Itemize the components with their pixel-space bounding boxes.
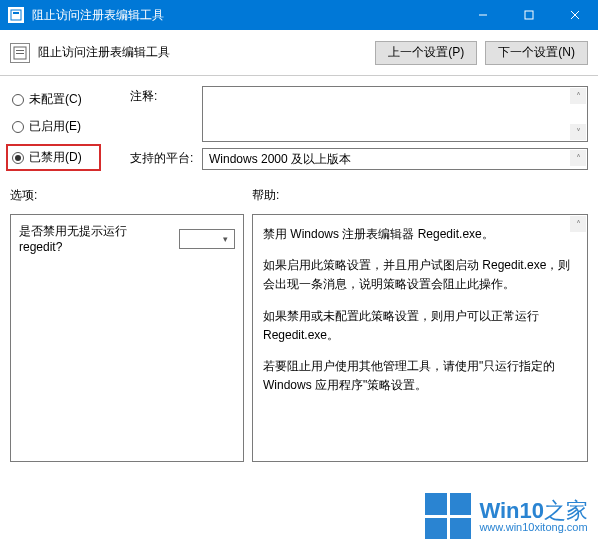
option-label: 是否禁用无提示运行 regedit? <box>19 223 173 254</box>
platform-value: Windows 2000 及以上版本 <box>209 152 351 166</box>
radio-label: 未配置(C) <box>29 91 82 108</box>
prev-setting-button[interactable]: 上一个设置(P) <box>375 41 477 65</box>
help-paragraph: 如果禁用或未配置此策略设置，则用户可以正常运行 Regedit.exe。 <box>263 307 577 345</box>
close-button[interactable] <box>552 0 598 30</box>
watermark-url: www.win10xitong.com <box>479 522 588 533</box>
watermark-brand: Win10之家 <box>479 500 588 522</box>
help-paragraph: 若要阻止用户使用其他管理工具，请使用"只运行指定的 Windows 应用程序"策… <box>263 357 577 395</box>
svg-rect-3 <box>525 11 533 19</box>
radio-label: 已禁用(D) <box>29 149 82 166</box>
platform-label: 支持的平台: <box>130 148 196 167</box>
comment-label: 注释: <box>130 86 196 105</box>
help-paragraph: 禁用 Windows 注册表编辑器 Regedit.exe。 <box>263 225 577 244</box>
fields: 注释: ˄ ˅ 支持的平台: Windows 2000 及以上版本 ˄ <box>130 86 588 171</box>
scroll-up-icon[interactable]: ˄ <box>570 88 586 104</box>
minimize-button[interactable] <box>460 0 506 30</box>
options-label: 选项: <box>10 187 252 204</box>
next-setting-button[interactable]: 下一个设置(N) <box>485 41 588 65</box>
help-panel: 禁用 Windows 注册表编辑器 Regedit.exe。 如果启用此策略设置… <box>252 214 588 462</box>
content-area: 未配置(C) 已启用(E) 已禁用(D) 注释: ˄ ˅ <box>0 76 598 472</box>
svg-rect-0 <box>11 10 21 20</box>
regedit-silent-option: 是否禁用无提示运行 regedit? ▾ <box>19 223 235 254</box>
toolbar-title: 阻止访问注册表编辑工具 <box>38 44 367 61</box>
windows-logo-icon <box>425 493 471 539</box>
highlight-box: 已禁用(D) <box>6 144 101 171</box>
comment-textbox[interactable]: ˄ ˅ <box>202 86 588 142</box>
svg-rect-1 <box>13 12 19 14</box>
scroll-down-icon[interactable]: ˅ <box>570 124 586 140</box>
platform-textbox: Windows 2000 及以上版本 ˄ <box>202 148 588 170</box>
chevron-down-icon: ▾ <box>218 232 232 246</box>
section-labels: 选项: 帮助: <box>10 187 588 204</box>
radio-enabled[interactable]: 已启用(E) <box>10 117 120 136</box>
radio-dot-icon <box>12 121 24 133</box>
app-icon <box>8 7 24 23</box>
toolbar: 阻止访问注册表编辑工具 上一个设置(P) 下一个设置(N) <box>0 30 598 76</box>
panels-row: 是否禁用无提示运行 regedit? ▾ 禁用 Windows 注册表编辑器 R… <box>10 214 588 462</box>
titlebar: 阻止访问注册表编辑工具 <box>0 0 598 30</box>
maximize-button[interactable] <box>506 0 552 30</box>
comment-row: 注释: ˄ ˅ <box>130 86 588 142</box>
watermark-text: Win10之家 www.win10xitong.com <box>479 500 588 533</box>
window-buttons <box>460 0 598 30</box>
window-title: 阻止访问注册表编辑工具 <box>32 7 460 24</box>
help-paragraph: 如果启用此策略设置，并且用户试图启动 Regedit.exe，则会出现一条消息，… <box>263 256 577 294</box>
svg-rect-8 <box>16 53 24 54</box>
top-row: 未配置(C) 已启用(E) 已禁用(D) 注释: ˄ ˅ <box>10 86 588 171</box>
state-radio-group: 未配置(C) 已启用(E) 已禁用(D) <box>10 86 120 171</box>
radio-not-configured[interactable]: 未配置(C) <box>10 90 120 109</box>
svg-rect-7 <box>16 50 24 51</box>
radio-dot-icon <box>12 152 24 164</box>
options-panel: 是否禁用无提示运行 regedit? ▾ <box>10 214 244 462</box>
help-label: 帮助: <box>252 187 588 204</box>
scroll-up-icon[interactable]: ˄ <box>570 216 586 232</box>
platform-row: 支持的平台: Windows 2000 及以上版本 ˄ <box>130 148 588 170</box>
radio-disabled[interactable]: 已禁用(D) <box>10 148 97 167</box>
policy-icon <box>10 43 30 63</box>
watermark: Win10之家 www.win10xitong.com <box>425 493 588 539</box>
radio-dot-icon <box>12 94 24 106</box>
help-text: 禁用 Windows 注册表编辑器 Regedit.exe。 如果启用此策略设置… <box>263 225 577 395</box>
regedit-silent-combo[interactable]: ▾ <box>179 229 235 249</box>
scroll-up-icon[interactable]: ˄ <box>570 150 586 166</box>
radio-label: 已启用(E) <box>29 118 81 135</box>
